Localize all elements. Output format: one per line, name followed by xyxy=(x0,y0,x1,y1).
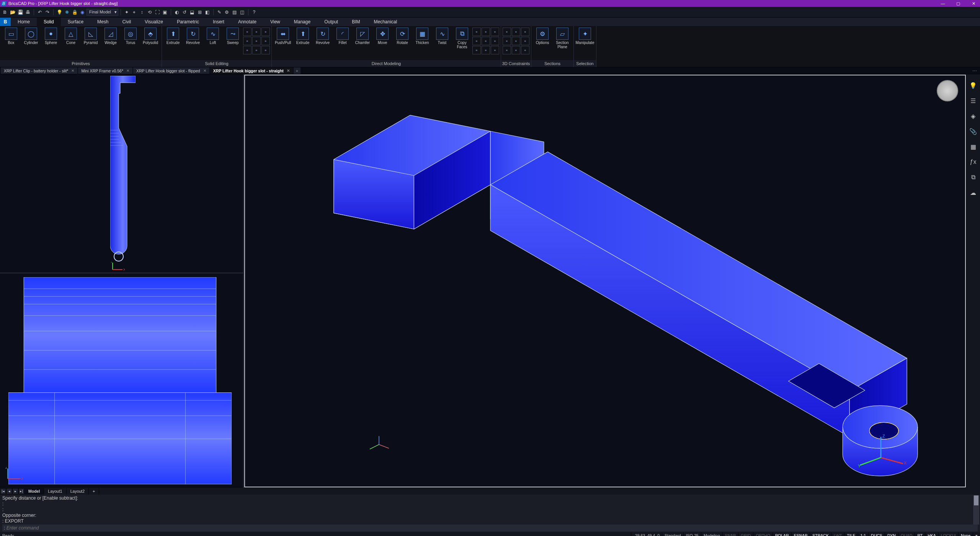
tool-rotate[interactable]: ⟳Rotate xyxy=(393,27,412,45)
fx-icon[interactable]: ƒx xyxy=(969,158,977,166)
tool-sphere[interactable]: ●Sphere xyxy=(41,27,60,45)
layer-lock-icon[interactable]: 🔒 xyxy=(71,9,78,16)
viewport-bottom-left[interactable]: X Z xyxy=(0,273,243,486)
help-icon[interactable]: ? xyxy=(251,9,258,16)
new-icon[interactable]: 🗎 xyxy=(2,9,8,16)
tool-extrude[interactable]: ⬆Extrude xyxy=(163,27,183,45)
small-tool-icon[interactable]: ▫ xyxy=(243,37,252,45)
menu-tab-mesh[interactable]: Mesh xyxy=(90,18,115,26)
lightbulb-icon[interactable]: 💡 xyxy=(969,81,977,90)
status-toggle-rt[interactable]: RT xyxy=(915,532,925,536)
status-toggle-esnap[interactable]: ESNAP xyxy=(791,532,810,536)
attach-icon[interactable]: 📎 xyxy=(969,127,977,136)
menu-tab-home[interactable]: Home xyxy=(11,18,37,26)
tool-copy-faces[interactable]: ⧉Copy Faces xyxy=(452,27,472,49)
maximize-button[interactable]: ▢ xyxy=(956,1,961,6)
tool-thicken[interactable]: ▦Thicken xyxy=(413,27,432,45)
menu-tab-bim[interactable]: BIM xyxy=(345,18,367,26)
tool-icon[interactable]: ↺ xyxy=(181,9,188,16)
undo-icon[interactable]: ↶ xyxy=(36,9,43,16)
document-tab[interactable]: XRP Lifter Hook bigger slot - straight✕ xyxy=(210,67,293,74)
status-toggle-lockui[interactable]: LOCKUI xyxy=(938,532,958,536)
status-toggle-ducs[interactable]: DUCS xyxy=(868,532,885,536)
viewport-top-left[interactable]: X Y xyxy=(0,74,243,273)
small-tool-icon[interactable]: ▫ xyxy=(521,46,529,54)
add-tab-button[interactable]: + xyxy=(294,67,301,74)
scrollbar[interactable] xyxy=(973,495,979,525)
small-tool-icon[interactable]: ▫ xyxy=(503,46,511,54)
tool-icon[interactable]: ✎ xyxy=(216,9,223,16)
tool-cone[interactable]: △Cone xyxy=(61,27,80,45)
tool-icon[interactable]: ◐ xyxy=(173,9,180,16)
redo-icon[interactable]: ↷ xyxy=(44,9,51,16)
tool-icon[interactable]: ✦ xyxy=(123,9,130,16)
small-tool-icon[interactable]: ▫ xyxy=(472,37,481,45)
document-tab[interactable]: XRP Lifter Clip - battery holder - slit*… xyxy=(1,67,77,74)
document-tab[interactable]: XRP Lifter Hook bigger slot - flipped✕ xyxy=(133,67,209,74)
tool-move[interactable]: ✥Move xyxy=(373,27,392,45)
status-toggle-hka[interactable]: HKA xyxy=(925,532,938,536)
tool-revolve[interactable]: ↻Revolve xyxy=(183,27,203,45)
small-tool-icon[interactable]: ▫ xyxy=(521,37,529,45)
menu-tab-output[interactable]: Output xyxy=(317,18,345,26)
small-tool-icon[interactable]: ▫ xyxy=(252,28,261,36)
sheet-icon[interactable]: ▦ xyxy=(969,142,977,151)
command-prompt[interactable]: : xyxy=(2,525,978,531)
layout-next-icon[interactable]: ▸ xyxy=(12,488,18,494)
tool-section-plane[interactable]: ▱Section Plane xyxy=(553,27,572,49)
close-tab-icon[interactable]: ✕ xyxy=(71,69,74,73)
tool-icon[interactable]: ⟲ xyxy=(146,9,153,16)
layer-freeze-icon[interactable]: ❄ xyxy=(64,9,70,16)
structure-icon[interactable]: ⧉ xyxy=(969,173,977,181)
menu-tab-insert[interactable]: Insert xyxy=(206,18,231,26)
tool-cylinder[interactable]: ◯Cylinder xyxy=(21,27,41,45)
minimize-button[interactable]: — xyxy=(940,1,946,6)
status-menu-icon[interactable]: ▾ xyxy=(973,532,980,536)
tool-icon[interactable]: ◧ xyxy=(204,9,211,16)
tool-fillet[interactable]: ◜Fillet xyxy=(333,27,352,45)
tool-extrude[interactable]: ⬆Extrude xyxy=(293,27,312,45)
status-workspace[interactable]: Modeling xyxy=(701,532,722,536)
cloud-icon[interactable]: ☁ xyxy=(969,188,977,197)
close-tab-icon[interactable]: ✕ xyxy=(126,69,129,73)
status-toggle-grid[interactable]: GRID xyxy=(738,532,753,536)
small-tool-icon[interactable]: ▫ xyxy=(512,37,520,45)
layout-first-icon[interactable]: |◂ xyxy=(0,488,6,494)
tool-manipulate[interactable]: ✦Manipulate xyxy=(575,27,595,45)
layout-tab-layout2[interactable]: Layout2 xyxy=(67,488,89,495)
save-icon[interactable]: 💾 xyxy=(17,9,24,16)
menu-tab-surface[interactable]: Surface xyxy=(61,18,90,26)
small-tool-icon[interactable]: ▫ xyxy=(261,28,270,36)
close-tab-icon[interactable]: ✕ xyxy=(203,69,206,73)
status-toggle-11[interactable]: 1:1 xyxy=(858,532,869,536)
tool-revolve[interactable]: ↻Revolve xyxy=(313,27,332,45)
small-tool-icon[interactable]: ▫ xyxy=(472,28,481,36)
tool-loft[interactable]: ∿Loft xyxy=(203,27,222,45)
small-tool-icon[interactable]: ▫ xyxy=(512,28,520,36)
small-tool-icon[interactable]: ▫ xyxy=(472,46,481,54)
layout-tab-layout1[interactable]: Layout1 xyxy=(44,488,66,495)
tool-twist[interactable]: ∿Twist xyxy=(433,27,452,45)
viewport-main[interactable]: X Y Z xyxy=(244,75,966,487)
tool-wedge[interactable]: ◿Wedge xyxy=(101,27,120,45)
status-toggle-tile[interactable]: TILE xyxy=(844,532,858,536)
close-button[interactable]: ✕ xyxy=(971,1,976,6)
small-tool-icon[interactable]: ▫ xyxy=(503,37,511,45)
status-dimstyle[interactable]: ISO-25 xyxy=(683,532,701,536)
tool-icon[interactable]: ⬓ xyxy=(189,9,196,16)
tool-torus[interactable]: ◎Torus xyxy=(121,27,140,45)
tabs-overflow-icon[interactable]: ⋯ xyxy=(972,68,978,74)
tool-pyramid[interactable]: ◺Pyramid xyxy=(81,27,100,45)
menu-tab-civil[interactable]: Civil xyxy=(115,18,138,26)
tool-icon[interactable]: ◫ xyxy=(239,9,246,16)
small-tool-icon[interactable]: ▫ xyxy=(491,46,499,54)
menu-tab-annotate[interactable]: Annotate xyxy=(231,18,263,26)
layout-prev-icon[interactable]: ◂ xyxy=(6,488,12,494)
tool-chamfer[interactable]: ◸Chamfer xyxy=(353,27,372,45)
status-toggle-polar[interactable]: POLAR xyxy=(773,532,791,536)
status-toggle-ortho[interactable]: ORTHO xyxy=(753,532,773,536)
small-tool-icon[interactable]: ▫ xyxy=(252,46,261,54)
tool-icon[interactable]: ⌖ xyxy=(131,9,138,16)
menu-tab-view[interactable]: View xyxy=(263,18,287,26)
view-cube[interactable] xyxy=(937,80,958,101)
